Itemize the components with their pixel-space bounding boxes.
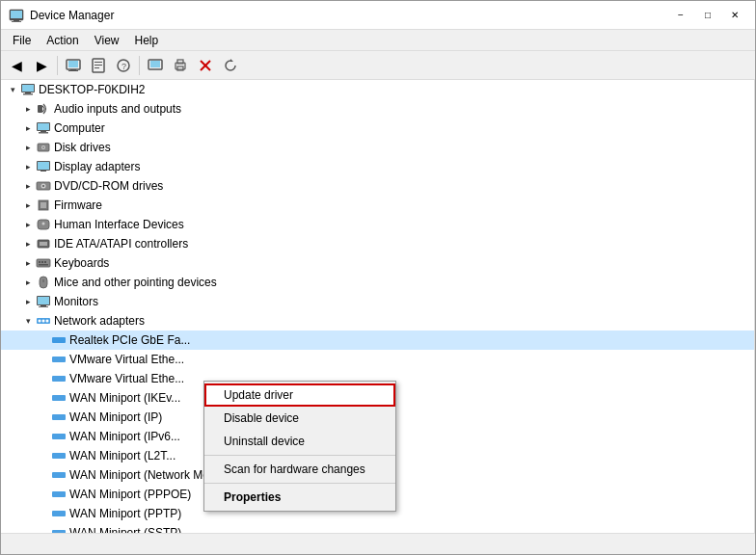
svg-rect-3 bbox=[12, 21, 21, 22]
svg-rect-7 bbox=[68, 70, 78, 71]
toolbar-print[interactable] bbox=[169, 54, 192, 77]
close-button[interactable]: ✕ bbox=[722, 6, 747, 25]
title-bar: Device Manager − □ ✕ bbox=[1, 1, 755, 30]
svg-rect-30 bbox=[39, 132, 48, 134]
tree-wan-sstp[interactable]: WAN Miniport (SSTP) bbox=[1, 523, 754, 533]
expand-firmware[interactable] bbox=[20, 198, 36, 213]
expand-keyboards[interactable] bbox=[20, 255, 36, 271]
toolbar: ◀ ▶ ? bbox=[1, 51, 755, 80]
computer-icon bbox=[20, 82, 36, 97]
nic-wan-netmon-icon bbox=[51, 467, 67, 483]
minimize-button[interactable]: − bbox=[668, 6, 693, 25]
svg-rect-18 bbox=[177, 66, 183, 70]
tree-mice[interactable]: Mice and other pointing devices bbox=[1, 273, 754, 292]
computer-node-icon bbox=[36, 120, 51, 136]
menu-action[interactable]: Action bbox=[39, 32, 86, 49]
svg-point-33 bbox=[42, 146, 44, 148]
toolbar-properties[interactable] bbox=[87, 54, 110, 77]
expand-wan-l2t bbox=[36, 448, 51, 463]
nic-wan-sstp-icon bbox=[51, 525, 67, 533]
toolbar-computer[interactable] bbox=[62, 54, 85, 77]
firmware-label: Firmware bbox=[54, 198, 102, 212]
expand-computer[interactable] bbox=[20, 120, 36, 136]
context-menu: Update driver Disable device Uninstall d… bbox=[203, 381, 396, 512]
tree-realtek[interactable]: Realtek PCIe GbE Fa... bbox=[1, 330, 754, 350]
ide-label: IDE ATA/ATAPI controllers bbox=[54, 237, 188, 251]
svg-rect-65 bbox=[52, 414, 66, 420]
expand-dvd[interactable] bbox=[20, 178, 36, 194]
context-properties[interactable]: Properties bbox=[204, 486, 395, 509]
svg-point-39 bbox=[42, 185, 44, 187]
tree-network[interactable]: Network adapters bbox=[1, 311, 754, 330]
tree-firmware[interactable]: Firmware bbox=[1, 196, 754, 215]
nic-vmware1-icon bbox=[51, 352, 67, 367]
expand-root[interactable] bbox=[5, 82, 20, 97]
context-separator-2 bbox=[204, 483, 395, 484]
expand-display[interactable] bbox=[20, 159, 36, 174]
toolbar-refresh[interactable] bbox=[219, 54, 242, 77]
expand-audio[interactable] bbox=[20, 101, 36, 117]
expand-ide[interactable] bbox=[20, 236, 36, 251]
expand-wan-netmon bbox=[36, 467, 51, 483]
tree-display[interactable]: Display adapters bbox=[1, 157, 754, 176]
window-title: Device Manager bbox=[30, 9, 114, 22]
svg-rect-26 bbox=[38, 105, 42, 113]
svg-rect-6 bbox=[70, 69, 76, 70]
svg-rect-67 bbox=[52, 453, 66, 459]
expand-hid[interactable] bbox=[20, 217, 36, 232]
wan-pptp-label: WAN Miniport (PPTP) bbox=[69, 507, 181, 520]
nic-wan-ip-icon bbox=[51, 410, 67, 425]
svg-rect-1 bbox=[11, 11, 22, 18]
svg-rect-5 bbox=[68, 61, 78, 67]
context-uninstall-device[interactable]: Uninstall device bbox=[204, 430, 395, 453]
menu-bar: File Action View Help bbox=[1, 30, 755, 51]
expand-mice[interactable] bbox=[20, 275, 36, 290]
maximize-button[interactable]: □ bbox=[695, 6, 720, 25]
tree-monitors[interactable]: Monitors bbox=[1, 292, 754, 311]
nic-wan-ipv6-icon bbox=[51, 429, 67, 444]
monitors-label: Monitors bbox=[54, 295, 98, 308]
forward-button[interactable]: ▶ bbox=[30, 54, 53, 77]
tree-ide[interactable]: IDE ATA/ATAPI controllers bbox=[1, 234, 754, 253]
context-scan-hardware[interactable]: Scan for hardware changes bbox=[204, 458, 395, 481]
tree-hid[interactable]: Human Interface Devices bbox=[1, 215, 754, 234]
vmware1-label: VMware Virtual Ethe... bbox=[69, 353, 184, 366]
app-icon bbox=[9, 8, 24, 23]
nic-wan-l2t-icon bbox=[51, 448, 67, 463]
expand-network[interactable] bbox=[20, 313, 36, 329]
tree-dvd[interactable]: DVD/CD-ROM drives bbox=[1, 176, 754, 196]
svg-rect-41 bbox=[40, 202, 46, 208]
toolbar-remove[interactable] bbox=[194, 54, 217, 77]
expand-monitors[interactable] bbox=[20, 294, 36, 309]
context-update-driver[interactable]: Update driver bbox=[204, 383, 395, 407]
tree-disk[interactable]: Disk drives bbox=[1, 138, 754, 157]
expand-disk[interactable] bbox=[20, 140, 36, 155]
tree-audio[interactable]: Audio inputs and outputs bbox=[1, 99, 754, 119]
expand-vmware2 bbox=[36, 371, 51, 386]
menu-file[interactable]: File bbox=[5, 32, 39, 49]
content-area: DESKTOP-F0KDIH2 Audio inputs and outputs… bbox=[1, 80, 755, 533]
tree-root[interactable]: DESKTOP-F0KDIH2 bbox=[1, 80, 754, 99]
nic-vmware2-icon bbox=[51, 371, 67, 386]
tree-panel[interactable]: DESKTOP-F0KDIH2 Audio inputs and outputs… bbox=[1, 80, 755, 533]
toolbar-separator-2 bbox=[139, 56, 140, 75]
svg-rect-28 bbox=[38, 123, 49, 130]
toolbar-scan[interactable] bbox=[144, 54, 167, 77]
nic-wan-ikev-icon bbox=[51, 390, 67, 406]
context-disable-device[interactable]: Disable device bbox=[204, 407, 395, 430]
mice-label: Mice and other pointing devices bbox=[54, 276, 217, 289]
svg-rect-64 bbox=[52, 395, 66, 401]
toolbar-help[interactable]: ? bbox=[112, 54, 135, 77]
svg-rect-36 bbox=[40, 171, 46, 172]
svg-rect-54 bbox=[38, 297, 49, 304]
svg-point-60 bbox=[46, 320, 49, 323]
vmware2-label: VMware Virtual Ethe... bbox=[69, 372, 184, 385]
svg-rect-47 bbox=[39, 261, 40, 263]
tree-computer[interactable]: Computer bbox=[1, 119, 754, 138]
tree-vmware1[interactable]: VMware Virtual Ethe... bbox=[1, 350, 754, 369]
menu-view[interactable]: View bbox=[87, 32, 127, 49]
menu-help[interactable]: Help bbox=[127, 32, 167, 49]
back-button[interactable]: ◀ bbox=[5, 54, 28, 77]
tree-keyboards[interactable]: Keyboards bbox=[1, 253, 754, 273]
root-label: DESKTOP-F0KDIH2 bbox=[39, 83, 145, 96]
